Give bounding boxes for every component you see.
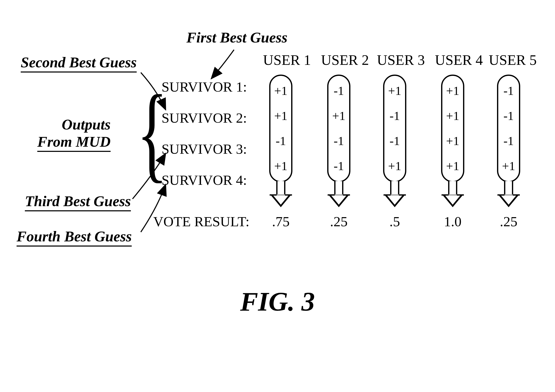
pill-user-4: +1 +1 +1 +1 bbox=[441, 74, 464, 182]
pill-user-3: +1 -1 -1 +1 bbox=[383, 74, 406, 182]
arrow-down-icon bbox=[497, 182, 520, 209]
cell: +1 bbox=[446, 134, 459, 148]
cell: -1 bbox=[504, 134, 514, 148]
cell: -1 bbox=[389, 134, 400, 148]
cell: -1 bbox=[334, 159, 344, 173]
arrow-down-icon bbox=[269, 182, 292, 209]
cell: +1 bbox=[502, 159, 515, 173]
label-survivor-3: SURVIVOR 3: bbox=[161, 141, 247, 157]
cell: +1 bbox=[446, 159, 459, 173]
header-user-1: USER 1 bbox=[263, 52, 311, 68]
cell: -1 bbox=[504, 109, 514, 123]
label-second-best-guess: Second Best Guess bbox=[21, 54, 137, 73]
label-vote-result: VOTE RESULT: bbox=[153, 213, 249, 230]
cell: -1 bbox=[389, 109, 400, 123]
annotation-arrow-first bbox=[211, 50, 234, 79]
cell: +1 bbox=[388, 159, 401, 173]
cell: -1 bbox=[504, 84, 514, 98]
vote-user-1: .75 bbox=[269, 213, 292, 230]
cell: +1 bbox=[332, 109, 345, 123]
label-first-best-guess: First Best Guess bbox=[186, 29, 287, 46]
cell: +1 bbox=[446, 84, 459, 98]
arrow-down-icon bbox=[383, 182, 406, 209]
figure-caption: FIG. 3 bbox=[12, 286, 543, 317]
label-survivor-1: SURVIVOR 1: bbox=[161, 79, 247, 95]
pill-user-2: -1 +1 -1 -1 bbox=[327, 74, 351, 182]
vote-user-5: .25 bbox=[497, 213, 520, 230]
cell: +1 bbox=[274, 109, 287, 123]
header-user-3: USER 3 bbox=[377, 52, 425, 68]
vote-user-3: .5 bbox=[383, 213, 406, 230]
arrow-down-icon bbox=[441, 182, 464, 209]
cell: +1 bbox=[274, 159, 287, 173]
header-user-2: USER 2 bbox=[321, 52, 369, 68]
cell: -1 bbox=[276, 134, 286, 148]
pill-user-5: -1 -1 -1 +1 bbox=[497, 74, 520, 182]
label-survivor-4: SURVIVOR 4: bbox=[161, 172, 247, 188]
pill-user-1: +1 +1 -1 +1 bbox=[269, 74, 292, 182]
vote-user-2: .25 bbox=[327, 213, 351, 230]
cell: +1 bbox=[388, 84, 401, 98]
header-user-5: USER 5 bbox=[489, 52, 537, 68]
label-third-best-guess: Third Best Guess bbox=[25, 193, 131, 211]
label-fourth-best-guess: Fourth Best Guess bbox=[17, 228, 132, 247]
cell: +1 bbox=[274, 84, 287, 98]
label-survivor-2: SURVIVOR 2: bbox=[161, 110, 247, 126]
cell: -1 bbox=[334, 134, 344, 148]
diagram-container: First Best Guess Second Best Guess Outpu… bbox=[12, 12, 543, 380]
label-outputs-from-mud: Outputs From MUD bbox=[37, 116, 110, 152]
vote-user-4: 1.0 bbox=[441, 213, 464, 230]
cell: +1 bbox=[446, 109, 459, 123]
header-user-4: USER 4 bbox=[435, 52, 483, 68]
arrow-down-icon bbox=[327, 182, 351, 209]
cell: -1 bbox=[334, 84, 344, 98]
